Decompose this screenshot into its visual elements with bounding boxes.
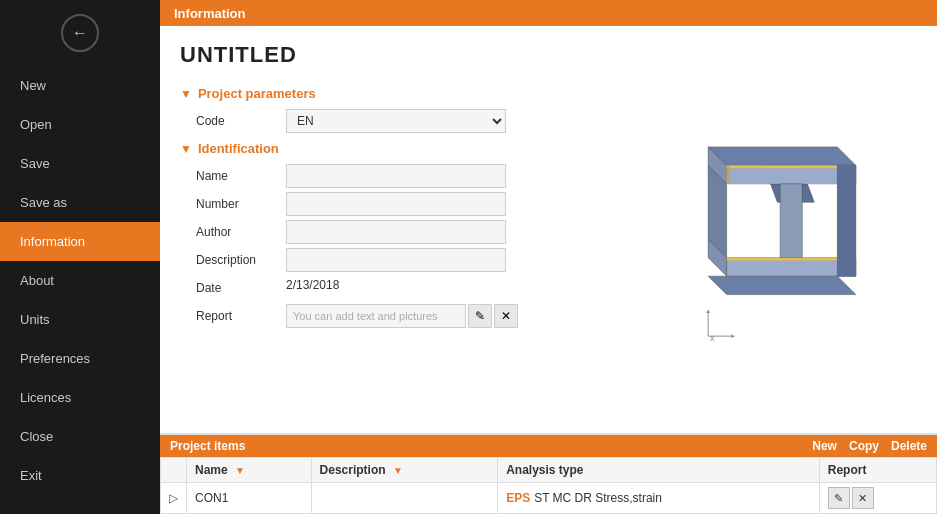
back-button[interactable]: ← xyxy=(61,14,99,52)
project-items-title: Project items xyxy=(170,439,812,453)
content-area: UNTITLED ▼ Project parameters Code EN ▼ … xyxy=(160,26,937,514)
row-name-cell: CON1 xyxy=(187,483,312,514)
sidebar-item-save-as[interactable]: Save as xyxy=(0,183,160,222)
analysis-rest: ST MC DR Stress,strain xyxy=(534,491,662,505)
identification-arrow[interactable]: ▼ xyxy=(180,142,192,156)
report-col-header: Report xyxy=(819,458,936,483)
identification-title: Identification xyxy=(198,141,279,156)
delete-item-button[interactable]: Delete xyxy=(891,439,927,453)
report-label: Report xyxy=(196,309,286,323)
row-report-cell: ✎ ✕ xyxy=(819,483,936,514)
date-row: Date 2/13/2018 xyxy=(180,276,607,300)
svg-marker-10 xyxy=(727,165,856,168)
svg-marker-2 xyxy=(708,276,856,294)
project-parameters-header: ▼ Project parameters xyxy=(180,86,607,101)
new-item-button[interactable]: New xyxy=(812,439,837,453)
report-placeholder: You can add text and pictures xyxy=(293,310,438,322)
header-actions: New Copy Delete xyxy=(812,439,927,453)
sidebar-item-preferences[interactable]: Preferences xyxy=(0,339,160,378)
code-label: Code xyxy=(196,114,286,128)
identification-header: ▼ Identification xyxy=(180,141,607,156)
row-analysis-cell: EPS ST MC DR Stress,strain xyxy=(498,483,820,514)
page-title: UNTITLED xyxy=(180,42,607,68)
code-select[interactable]: EN xyxy=(286,109,506,133)
top-bar: Information xyxy=(160,0,937,26)
desc-sort-icon: ▼ xyxy=(393,465,403,476)
copy-item-button[interactable]: Copy xyxy=(849,439,879,453)
expand-col-header xyxy=(161,458,187,483)
report-row: Report You can add text and pictures ✎ ✕ xyxy=(180,304,607,328)
row-delete-button[interactable]: ✕ xyxy=(852,487,874,509)
sidebar: ← New Open Save Save as Information Abou… xyxy=(0,0,160,514)
date-label: Date xyxy=(196,281,286,295)
svg-marker-12 xyxy=(727,257,856,260)
form-section: UNTITLED ▼ Project parameters Code EN ▼ … xyxy=(160,26,627,433)
author-label: Author xyxy=(196,225,286,239)
sidebar-item-about[interactable]: About xyxy=(0,261,160,300)
name-col-label: Name xyxy=(195,463,228,477)
number-input[interactable] xyxy=(286,192,506,216)
svg-marker-19 xyxy=(706,309,710,313)
sidebar-item-save[interactable]: Save xyxy=(0,144,160,183)
date-value: 2/13/2018 xyxy=(286,276,506,300)
analysis-col-header: Analysis type xyxy=(498,458,820,483)
name-label: Name xyxy=(196,169,286,183)
3d-beam-image: x xyxy=(642,110,922,350)
description-input[interactable] xyxy=(286,248,506,272)
number-label: Number xyxy=(196,197,286,211)
name-sort-icon: ▼ xyxy=(235,465,245,476)
name-row: Name xyxy=(180,164,607,188)
project-items-header-bar: Project items New Copy Delete xyxy=(160,435,937,457)
expand-cell[interactable]: ▷ xyxy=(161,483,187,514)
main-area: Information UNTITLED ▼ Project parameter… xyxy=(160,0,937,514)
analysis-col-label: Analysis type xyxy=(506,463,583,477)
row-name: CON1 xyxy=(195,491,228,505)
sidebar-item-close[interactable]: Close xyxy=(0,417,160,456)
report-delete-button[interactable]: ✕ xyxy=(494,304,518,328)
svg-marker-8 xyxy=(780,183,802,257)
project-items-area: Project items New Copy Delete Name ▼ xyxy=(160,433,937,514)
sidebar-item-licences[interactable]: Licences xyxy=(0,378,160,417)
image-section: x xyxy=(627,26,937,433)
table-row: ▷ CON1 EPS ST MC DR Stress,strain xyxy=(161,483,937,514)
author-row: Author xyxy=(180,220,607,244)
row-description-cell xyxy=(311,483,498,514)
name-col-header[interactable]: Name ▼ xyxy=(187,458,312,483)
back-button-container: ← xyxy=(0,0,160,66)
description-col-header[interactable]: Description ▼ xyxy=(311,458,498,483)
project-parameters-title: Project parameters xyxy=(198,86,316,101)
sidebar-item-units[interactable]: Units xyxy=(0,300,160,339)
project-items-table: Name ▼ Description ▼ Analysis type Repor… xyxy=(160,457,937,514)
svg-text:x: x xyxy=(710,332,715,342)
description-row: Description xyxy=(180,248,607,272)
sidebar-item-open[interactable]: Open xyxy=(0,105,160,144)
sidebar-item-new[interactable]: New xyxy=(0,66,160,105)
svg-marker-0 xyxy=(708,146,856,164)
svg-marker-9 xyxy=(727,257,856,275)
svg-marker-17 xyxy=(731,334,735,338)
row-edit-button[interactable]: ✎ xyxy=(828,487,850,509)
author-input[interactable] xyxy=(286,220,506,244)
description-label: Description xyxy=(196,253,286,267)
row-actions: ✎ ✕ xyxy=(828,487,928,509)
code-row: Code EN xyxy=(180,109,607,133)
analysis-type-container: EPS ST MC DR Stress,strain xyxy=(506,491,811,505)
sidebar-item-information[interactable]: Information xyxy=(0,222,160,261)
top-bar-title: Information xyxy=(174,6,246,21)
sidebar-item-exit[interactable]: Exit xyxy=(0,456,160,495)
content-upper: UNTITLED ▼ Project parameters Code EN ▼ … xyxy=(160,26,937,433)
desc-col-label: Description xyxy=(320,463,386,477)
report-field[interactable]: You can add text and pictures xyxy=(286,304,466,328)
table-header-row: Name ▼ Description ▼ Analysis type Repor… xyxy=(161,458,937,483)
svg-marker-11 xyxy=(727,165,730,183)
eps-badge: EPS xyxy=(506,491,530,505)
number-row: Number xyxy=(180,192,607,216)
svg-marker-14 xyxy=(837,165,855,276)
report-col-label: Report xyxy=(828,463,867,477)
project-parameters-arrow[interactable]: ▼ xyxy=(180,87,192,101)
report-edit-button[interactable]: ✎ xyxy=(468,304,492,328)
name-input[interactable] xyxy=(286,164,506,188)
